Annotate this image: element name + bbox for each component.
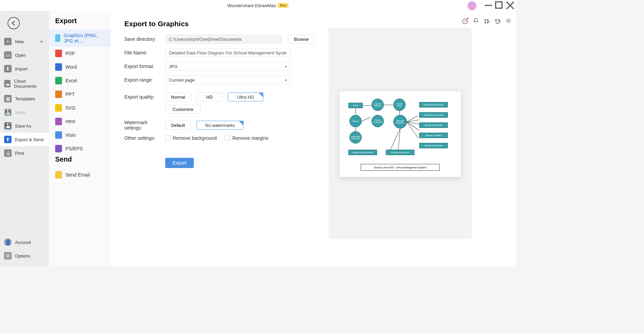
- sidebar-item-cloud[interactable]: ☁Cloud Documents: [0, 76, 49, 92]
- format-sidebar: Export Graphics (PNG, JPG et...PDFWordEx…: [49, 11, 111, 266]
- titlebar: Wondershare EdrawMax Pro: [0, 0, 516, 11]
- row-watermark: Watermark settings: Default No watermark…: [124, 120, 315, 131]
- help-icon[interactable]: ? ▾: [462, 18, 468, 24]
- quality-customize-button[interactable]: Customize: [165, 105, 201, 114]
- format-item-ps-eps[interactable]: PS/EPS: [49, 142, 111, 155]
- sidebar-item-label: Options: [15, 253, 30, 259]
- sidebar-item-save-as[interactable]: 💾Save As: [0, 119, 49, 133]
- label-other-settings: Other settings:: [124, 135, 165, 141]
- preview-column: Admin Signup Approved Credential Login t…: [315, 20, 516, 266]
- account-icon: 👤: [4, 238, 12, 246]
- file-type-icon: [55, 145, 62, 152]
- format-item-html[interactable]: Html: [49, 115, 111, 128]
- sidebar-item-label: New: [15, 39, 24, 44]
- quality-normal-button[interactable]: Normal: [165, 93, 191, 101]
- preview-image: Admin Signup Approved Credential Login t…: [340, 91, 461, 177]
- export-range-select[interactable]: Current page: [165, 76, 290, 84]
- sidebar-item-new[interactable]: ＋New＋: [0, 35, 49, 48]
- format-item-graphics-png-jpg-et[interactable]: Graphics (PNG, JPG et...: [49, 30, 111, 47]
- select-value: JPG: [169, 64, 177, 69]
- format-item-ppt[interactable]: PPT: [49, 87, 111, 101]
- close-button[interactable]: [505, 0, 516, 11]
- save-directory-input[interactable]: [165, 35, 282, 44]
- gear-icon[interactable]: [505, 18, 512, 25]
- remove-margins-checkbox[interactable]: Remove margins: [225, 135, 268, 141]
- quality-ultra-hd-button[interactable]: Ultra HD: [228, 93, 263, 101]
- row-export-range: Export range: Current page: [124, 76, 315, 84]
- sidebar-item-print[interactable]: 🖨Print: [0, 146, 49, 160]
- quality-hd-button[interactable]: HD: [197, 93, 222, 101]
- check-icon: [258, 93, 263, 97]
- file-type-icon: [55, 50, 62, 57]
- top-toolbar: ? ▾ ▾ ▾: [462, 18, 512, 25]
- export-button[interactable]: Export: [165, 158, 194, 168]
- dfd-node-admin: Admin: [348, 103, 363, 108]
- bell-icon[interactable]: [473, 18, 479, 25]
- format-item-excel[interactable]: Excel: [49, 74, 111, 87]
- sidebar-item-label: Export & Send: [15, 137, 44, 142]
- export-format-select[interactable]: JPG: [165, 62, 290, 71]
- page-title: Export to Graphics: [124, 20, 315, 28]
- dfd-node-approved: Approved Credential: [349, 131, 362, 144]
- plus-icon[interactable]: ＋: [39, 38, 44, 45]
- format-item-svg[interactable]: SVG: [49, 101, 111, 115]
- other-settings-group: Remove background Remove margins: [165, 135, 268, 141]
- gear-icon: ⚙: [4, 252, 12, 260]
- sidebar-item-templates[interactable]: ▦Templates: [0, 92, 49, 105]
- save-as-icon: 💾: [4, 122, 12, 130]
- chevron-down-icon: ▾: [499, 20, 501, 23]
- dfd-node-r4: Manage Timetable: [419, 133, 448, 138]
- file-name-input[interactable]: [165, 48, 290, 57]
- format-item-word[interactable]: Word: [49, 60, 111, 74]
- label-save-directory: Save directory:: [124, 36, 165, 42]
- file-type-icon: [55, 34, 60, 42]
- browse-button[interactable]: Browse: [288, 35, 315, 44]
- sidebar-item-open[interactable]: ▭Open: [0, 48, 49, 62]
- maximize-button[interactable]: [494, 0, 505, 11]
- sidebar-item-account[interactable]: 👤Account: [0, 235, 49, 249]
- plus-square-icon: ＋: [4, 38, 12, 45]
- grid-icon[interactable]: ▾: [484, 18, 490, 24]
- sidebar-item-label: Save: [15, 110, 25, 115]
- format-item-send-email[interactable]: Send Email: [49, 168, 111, 182]
- format-item-visio[interactable]: Visio: [49, 128, 111, 142]
- label-export-quality: Export quality:: [124, 94, 165, 100]
- check-icon: [239, 121, 244, 126]
- minimize-button[interactable]: [483, 0, 494, 11]
- form-column: Export to Graphics Save directory: Brows…: [124, 20, 315, 266]
- sidebar-item-label: Open: [15, 53, 26, 58]
- folder-icon: ▭: [4, 51, 12, 59]
- format-item-label: Word: [65, 64, 77, 70]
- format-item-label: Excel: [65, 78, 77, 83]
- sidebar-item-export-send[interactable]: ⬆Export & Send: [0, 133, 49, 146]
- watermark-button-group: Default No watermarks: [165, 121, 244, 130]
- format-item-pdf[interactable]: PDF: [49, 47, 111, 60]
- back-button[interactable]: [7, 17, 20, 29]
- format-item-label: PS/EPS: [65, 146, 83, 151]
- watermark-default-button[interactable]: Default: [165, 121, 191, 130]
- row-customize: Customize: [165, 105, 315, 114]
- save-icon: 💾: [4, 109, 12, 116]
- sidebar-item-options[interactable]: ⚙Options: [0, 249, 49, 263]
- watermark-none-button[interactable]: No watermarks: [197, 121, 244, 130]
- button-label: Ultra HD: [237, 95, 254, 100]
- sidebar-item-save: 💾Save: [0, 105, 49, 119]
- format-item-label: Visio: [65, 132, 76, 138]
- dfd-node-login: Login to System: [372, 99, 384, 111]
- remove-background-checkbox[interactable]: Remove background: [165, 135, 217, 141]
- file-type-icon: [55, 118, 62, 125]
- sidebar-item-label: Cloud Documents: [14, 79, 45, 89]
- format-item-label: Graphics (PNG, JPG et...: [64, 33, 105, 44]
- shirt-icon[interactable]: ▾: [494, 18, 501, 24]
- dfd-footer: Second Level DFD - School Management Sys…: [361, 164, 440, 171]
- avatar-icon[interactable]: [468, 1, 476, 10]
- row-save-directory: Save directory: Browse: [124, 35, 315, 44]
- dfd-node-b1: Manage Activities Details: [348, 150, 377, 155]
- dfd-node-signup: Signup: [349, 115, 362, 127]
- sidebar-item-import[interactable]: ⬇Import: [0, 62, 49, 76]
- import-icon: ⬇: [4, 65, 12, 72]
- app-name: Wondershare EdrawMax: [227, 3, 276, 8]
- export-icon: ⬆: [4, 136, 12, 143]
- format-item-label: SVG: [65, 105, 76, 111]
- quality-button-group: Normal HD Ultra HD: [165, 93, 263, 101]
